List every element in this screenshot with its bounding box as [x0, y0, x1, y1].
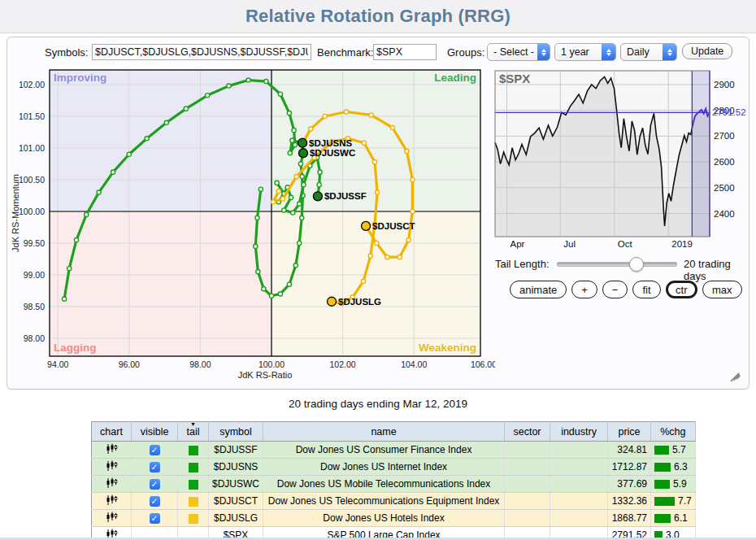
- tail-marker: [411, 209, 415, 213]
- period-select-value: 1 year: [555, 46, 602, 58]
- period-select[interactable]: 1 year: [554, 43, 616, 61]
- resize-handle-icon[interactable]: [728, 368, 741, 381]
- tail-marker: [298, 202, 302, 206]
- tail-length-slider[interactable]: [557, 262, 677, 267]
- tail-swatch[interactable]: [189, 497, 198, 507]
- view-button-minus[interactable]: −: [602, 281, 628, 298]
- symbol-label[interactable]: $DJUSCT: [372, 221, 415, 231]
- tail-marker: [291, 211, 295, 215]
- visible-checkbox[interactable]: ✓: [150, 462, 160, 472]
- symbol-cell[interactable]: $DJUSLG: [209, 510, 263, 527]
- column-header-chart[interactable]: chart: [92, 422, 132, 442]
- tail-cell: [178, 493, 209, 510]
- y-tick-label: 99.50: [24, 238, 45, 248]
- column-header-visible[interactable]: visible: [132, 422, 178, 442]
- benchmark-chart[interactable]: 2400250026002700280029002791.52AprJulOct…: [485, 64, 747, 253]
- quadrant-bg: [272, 211, 480, 356]
- symbol-cell[interactable]: $DJUSNS: [209, 459, 263, 476]
- symbol-cell[interactable]: $DJUSCT: [209, 493, 263, 510]
- column-header-sector[interactable]: sector: [505, 422, 550, 442]
- view-button-ctr[interactable]: ctr: [666, 281, 697, 298]
- tail-cell: [178, 510, 209, 527]
- chart-link-cell[interactable]: [92, 476, 132, 493]
- symbol-end-dot[interactable]: [298, 149, 307, 158]
- chart-link-cell[interactable]: [92, 510, 132, 527]
- rrg-app: Relative Rotation Graph (RRG) Symbols: B…: [0, 0, 756, 540]
- frequency-select[interactable]: Daily: [620, 43, 677, 61]
- column-header-tail[interactable]: tail▼: [178, 422, 209, 442]
- tail-swatch[interactable]: [189, 446, 198, 455]
- sector-cell: [505, 510, 550, 527]
- pct-chg-cell: 5.9: [651, 476, 696, 493]
- chart-icon: [106, 460, 118, 472]
- column-header-industry[interactable]: industry: [550, 422, 608, 442]
- y-tick-label: 98.00: [24, 333, 45, 343]
- symbol-end-dot[interactable]: [313, 192, 322, 201]
- tail-swatch[interactable]: [189, 463, 198, 472]
- chart-icon: [106, 494, 118, 506]
- name-cell: Dow Jones US Hotels Index: [263, 510, 505, 527]
- x-tick-label: 104.00: [401, 359, 427, 369]
- tail-marker: [254, 244, 258, 248]
- table-row: ✓$DJUSCTDow Jones US Telecommunications …: [92, 493, 696, 510]
- tail-marker: [300, 216, 304, 220]
- symbol-label[interactable]: $DJUSWC: [310, 148, 355, 158]
- symbol-end-dot[interactable]: [328, 297, 337, 306]
- visible-cell: ✓: [132, 476, 178, 493]
- groups-select[interactable]: - Select -: [487, 43, 550, 61]
- view-button-max[interactable]: max: [702, 281, 742, 298]
- symbol-cell[interactable]: $DJUSSF: [209, 442, 263, 459]
- spx-y-tick-label: 2700: [714, 131, 735, 141]
- quadrant-label: Improving: [54, 72, 106, 84]
- highlight-band: [692, 71, 710, 237]
- symbol-label[interactable]: $DJUSNS: [309, 138, 352, 148]
- tail-marker: [390, 125, 394, 129]
- date-range-caption: 20 trading days ending Mar 12, 2019: [0, 398, 756, 410]
- tail-marker: [206, 94, 210, 98]
- sort-icon: ▼: [190, 421, 196, 427]
- column-header-name[interactable]: name: [263, 422, 505, 442]
- price-cell: 1868.77: [608, 510, 651, 527]
- visible-checkbox[interactable]: ✓: [150, 496, 160, 507]
- visible-cell: ✓: [132, 510, 178, 527]
- chart-link-cell[interactable]: [92, 459, 132, 476]
- view-button-animate[interactable]: animate: [510, 281, 567, 298]
- view-button-plus[interactable]: +: [571, 281, 597, 298]
- visible-checkbox[interactable]: ✓: [150, 479, 160, 490]
- pct-chg-cell: 6.1: [651, 510, 696, 527]
- column-header-pctchg[interactable]: %chg: [651, 422, 696, 442]
- column-header-symbol[interactable]: symbol: [209, 422, 263, 442]
- tail-swatch[interactable]: [189, 480, 198, 490]
- quadrant-bg: [50, 70, 272, 211]
- rrg-panel: Symbols: Benchmark: Groups: - Select - 1…: [7, 37, 749, 390]
- y-tick-label: 100.50: [19, 175, 45, 185]
- chart-link-cell[interactable]: [92, 493, 132, 510]
- visible-checkbox[interactable]: ✓: [150, 513, 160, 524]
- tail-marker: [275, 181, 279, 185]
- sector-cell: [505, 476, 550, 493]
- y-axis-title: JdK RS-Momentum: [11, 174, 20, 252]
- benchmark-input[interactable]: [373, 44, 437, 60]
- symbols-input[interactable]: [92, 44, 311, 60]
- table-row: ✓$DJUSWCDow Jones US Mobile Telecommunic…: [92, 476, 696, 493]
- slider-thumb[interactable]: [629, 257, 644, 272]
- update-button[interactable]: Update: [682, 43, 732, 59]
- symbol-cell[interactable]: $DJUSWC: [209, 476, 263, 493]
- symbol-label[interactable]: $DJUSSF: [324, 191, 367, 201]
- symbol-label[interactable]: $DJUSLG: [338, 297, 381, 307]
- symbol-end-dot[interactable]: [362, 221, 371, 230]
- view-button-fit[interactable]: fit: [632, 281, 660, 298]
- tail-swatch[interactable]: [189, 514, 198, 524]
- pct-chg-bar: [654, 514, 671, 523]
- spx-title: $SPX: [499, 72, 530, 85]
- chart-link-cell[interactable]: [92, 442, 132, 459]
- column-header-price[interactable]: price: [608, 422, 651, 442]
- rrg-chart[interactable]: $DJUSNS$DJUSWC$DJUSSF$DJUSCT$DJUSLGImpro…: [7, 60, 495, 387]
- x-tick-label: 102.00: [330, 359, 356, 369]
- tail-marker: [293, 263, 298, 268]
- tail-marker: [411, 177, 415, 181]
- tail-marker: [269, 294, 273, 298]
- symbol-end-dot[interactable]: [298, 138, 307, 147]
- tail-marker: [288, 151, 292, 155]
- visible-checkbox[interactable]: ✓: [150, 445, 160, 455]
